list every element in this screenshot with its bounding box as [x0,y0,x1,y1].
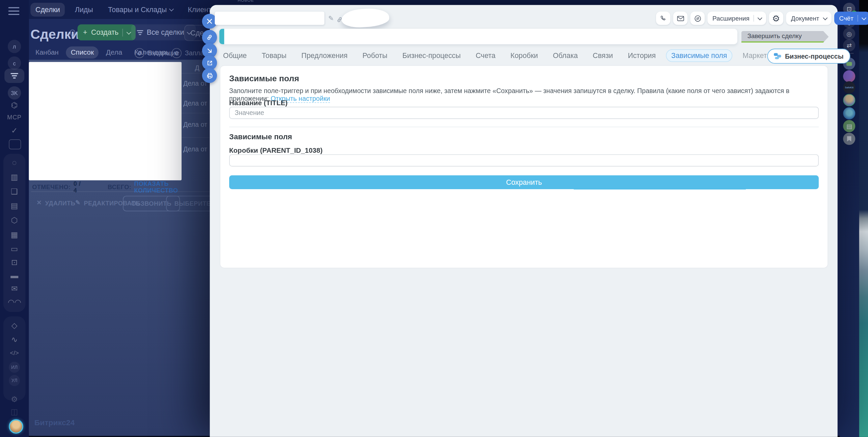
sidebar-item-package-box[interactable]: ◇ [8,321,21,329]
sidebar-item-drive-server[interactable]: ▬ [8,271,21,280]
chevron-down-icon [862,16,866,20]
phone-icon[interactable] [656,11,671,25]
grid-row[interactable]: Дела от [183,121,207,128]
copy-link-button[interactable] [202,30,217,45]
sidebar-item-signature-wave[interactable]: ∿ [8,335,21,344]
tab-invoices[interactable]: Счета [471,49,500,62]
tab-list[interactable]: Список [66,47,99,59]
tab-quotes[interactable]: Предложения [296,49,352,62]
sidebar-item-contact-card[interactable] [9,139,21,149]
sidebar-item-presentation-screen[interactable]: ⊡ [8,258,21,266]
gear-icon[interactable]: ⚙ [769,11,783,25]
tab-robots[interactable]: Роботы [357,49,392,62]
support-spiral-icon[interactable]: ◎ [843,28,855,40]
chevron-down-icon [169,7,174,11]
settings-gear-icon[interactable]: ⚙ [8,395,21,404]
sidebar-item-calendar[interactable]: ▦ [8,230,21,239]
plus-icon: + [83,28,87,37]
close-icon: ✕ [36,199,42,206]
user-avatar[interactable] [9,419,23,434]
tab-products[interactable]: Товары [257,49,292,62]
print-button[interactable] [202,68,217,83]
dependent-fields-panel: Зависимые поля Заполните поле-триггер и … [220,65,828,268]
nav-leads[interactable]: Лиды [70,3,98,17]
chevron-down-icon [823,16,828,20]
tab-activities[interactable]: Дела [101,47,127,59]
pin-icon[interactable] [69,29,76,38]
workspace-avatar-l[interactable]: л [8,40,21,53]
sidebar-item-automation-orbit[interactable]: ◌ [8,158,21,167]
sidebar-item-news-feed[interactable]: ▤ [8,201,21,210]
mail-icon[interactable] [673,11,688,25]
edit-title-pencil-icon[interactable]: ✎ [328,14,334,22]
sidebar-item-crm-funnel[interactable] [4,68,24,83]
diagram-icon [774,53,781,59]
stage-segment-active[interactable] [219,29,224,44]
chat-transfer-icon[interactable] [690,11,705,25]
grid-column-header[interactable]: Д [195,64,199,72]
assistant-avatar[interactable] [843,94,855,106]
gift-avatar[interactable] [843,70,855,82]
deal-title-input[interactable] [215,11,324,25]
pencil-icon: ✎ [75,199,81,206]
sidebar-item-education-cap[interactable]: ◫ [8,407,21,416]
extensions-button[interactable]: Расширения [707,11,766,25]
sidebar-avatar-il[interactable]: ИЛ [9,362,20,373]
sidebar-item-mcp[interactable]: MCP [0,114,29,121]
grid-row[interactable]: Дела от [183,99,207,107]
grid-row[interactable]: Дела от [183,80,207,87]
tab-history[interactable]: История [623,49,661,62]
sidebar-item-market-hexagon[interactable]: ⬡ [8,216,21,225]
nav-products[interactable]: Товары и Склады [103,3,178,17]
invoice-button[interactable]: Счёт [834,11,868,25]
deal-stage-bar[interactable] [219,29,737,44]
total-label: ВСЕГО: [108,184,131,191]
grid-row[interactable]: Дела от [183,145,207,153]
sidebar-item-document[interactable]: ▭ [8,244,21,253]
delete-action[interactable]: ✕УДАЛИТЬ [36,199,75,206]
tab-bizproc[interactable]: Бизнес-процессы [397,49,465,62]
safekit-logo[interactable]: SafeKit [843,81,855,93]
news-icon[interactable]: ▤ [843,120,855,132]
document-button[interactable]: Документ [786,11,832,25]
blank-popup-panel [29,62,182,180]
tab-general[interactable]: Общие [218,49,252,62]
business-processes-button[interactable]: Бизнес-процессы [767,49,850,63]
workspace-avatar-s[interactable]: с [8,56,21,69]
sidebar-item-mail-envelope[interactable]: ✉ [8,284,21,293]
tab-links[interactable]: Связи [588,49,618,62]
header-blank-badge [341,8,390,28]
tab-boxes[interactable]: Коробки [506,49,543,62]
robot-avatar[interactable] [843,107,855,119]
slider-tabs: Общие Товары Предложения Роботы Бизнес-п… [218,49,827,62]
sidebar-item-chat-bubbles[interactable]: ❑ [8,187,21,196]
sidebar-item-ai-robot[interactable]: ⌬ [8,101,21,110]
tab-dependent-fields[interactable]: Зависимые поля [666,49,733,62]
save-button[interactable]: Сохранить [229,175,819,189]
sidebar-avatar-ul[interactable]: УЛ [9,375,20,386]
tab-kanban[interactable]: Канбан [30,47,63,59]
panel-description: Заполните поле-триггер и при необходимос… [229,87,819,103]
panel-divider [229,127,819,127]
trigger-field-label: Название (TITLE) [229,99,288,107]
panel-heading: Зависимые поля [229,74,299,83]
deal-slider: ✎ Расширения ⚙ Документ Счёт [210,5,838,437]
finish-green-underline [741,41,829,42]
create-deal-button[interactable]: + Создать [78,24,136,40]
nav-deals[interactable]: Сделки [30,3,65,17]
badge-3k[interactable]: 3K [8,86,21,99]
sidebar-item-people-group[interactable]: ◠◠ [8,297,21,306]
new-badge: НОВОЕ [238,0,254,3]
trigger-field-input[interactable] [229,107,819,119]
left-sidebar: л с 3K ⌬ MCP ✓ ◌ ▥ ❑ ▤ ⬡ ▦ ▭ ⊡ ▬ ✉ ◠◠ ◇ … [0,0,29,437]
sidebar-item-tasks-check[interactable]: ✓ [8,126,21,135]
sidebar-item-analytics-bars[interactable]: ▥ [8,173,21,181]
bookmark-icon[interactable] [843,133,855,145]
panel-subheading: Зависимые поля [229,133,292,141]
sidebar-item-code-dev[interactable]: </> [8,350,21,356]
menu-hamburger-icon[interactable] [8,5,20,17]
finish-deal-button[interactable]: Завершить сделку [741,31,829,42]
screen: Сделки Лиды Товары и Склады Клиенты НОВО… [0,0,868,437]
tab-clouds[interactable]: Облака [548,49,582,62]
dependent-field-input[interactable] [229,154,819,167]
